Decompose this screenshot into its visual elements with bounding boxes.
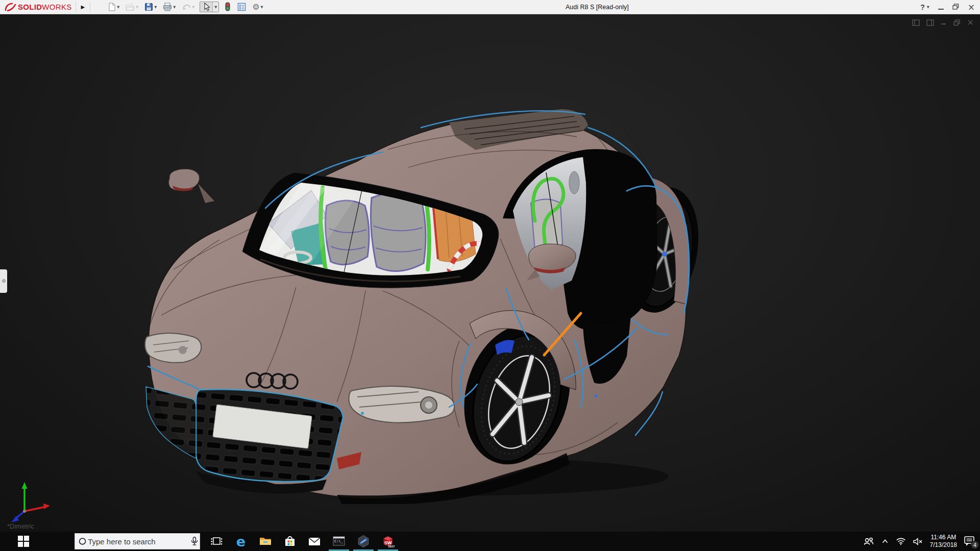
task-view-button[interactable] xyxy=(204,532,229,551)
edge-icon: e xyxy=(236,535,246,548)
doc-minimize-icon[interactable] xyxy=(941,19,947,26)
undo-arrow-icon xyxy=(182,3,191,11)
taskbar-app-composer[interactable] xyxy=(351,532,376,551)
dropdown-caret[interactable]: ▼ xyxy=(117,5,119,9)
select-cursor-icon xyxy=(202,3,210,11)
model-audi-r8 xyxy=(143,101,704,504)
options-list-icon xyxy=(237,3,246,11)
window-controls: ? ▼ × xyxy=(920,0,975,14)
help-button[interactable]: ? ▼ xyxy=(920,3,929,11)
system-tray: 11:46 AM 7/13/2018 4 xyxy=(863,532,977,551)
doc-close-icon[interactable]: × xyxy=(967,18,974,27)
dropdown-caret[interactable]: ▼ xyxy=(214,5,217,9)
pane-left-icon[interactable] xyxy=(912,19,920,26)
show-hidden-icons-chevron[interactable] xyxy=(881,538,889,545)
undo-button[interactable]: ▼ xyxy=(181,3,195,11)
start-button[interactable] xyxy=(0,532,47,551)
new-document-icon xyxy=(107,3,116,11)
sw-year: 2017 xyxy=(388,545,395,548)
microphone-icon[interactable] xyxy=(189,535,200,547)
task-view-icon xyxy=(210,535,223,547)
window-title: Audi R8 S [Read-only] xyxy=(566,4,629,11)
dropdown-caret[interactable]: ▼ xyxy=(261,5,263,9)
taskbar-app-edge[interactable]: e xyxy=(229,532,253,551)
display-options-button[interactable] xyxy=(236,2,247,12)
dropdown-caret: ▼ xyxy=(136,5,138,9)
dropdown-caret[interactable]: ▼ xyxy=(154,5,157,9)
microsoft-store-icon xyxy=(284,535,296,547)
doc-restore-icon[interactable] xyxy=(953,19,961,26)
solidworks-wordmark: SOLIDWORKS xyxy=(18,3,72,11)
pane-right-icon[interactable] xyxy=(926,19,934,26)
taskbar-app-store[interactable] xyxy=(278,532,302,551)
solidworks-logo: SOLIDWORKS xyxy=(4,3,72,12)
solidworks-2017-icon: SW 2017 xyxy=(381,535,395,548)
close-button[interactable]: × xyxy=(968,3,975,12)
separator xyxy=(76,2,76,12)
gear-icon: ⚙ xyxy=(252,3,259,11)
taskbar-app-mail[interactable] xyxy=(302,532,327,551)
traffic-light-icon xyxy=(224,2,231,12)
minimize-button[interactable] xyxy=(938,3,944,12)
open-folder-icon xyxy=(126,3,135,11)
dropdown-caret[interactable]: ▼ xyxy=(173,5,176,9)
windows-taskbar: e xyxy=(0,532,980,551)
tray-time: 11:46 AM xyxy=(930,534,957,541)
view-orientation-label: *Dimetric xyxy=(7,522,34,530)
titlebar: SOLIDWORKS ▶ ▼ ▼ xyxy=(0,0,980,14)
select-tool-button[interactable]: ▼ xyxy=(200,2,219,12)
minimize-icon xyxy=(938,9,944,10)
printer-icon xyxy=(163,3,172,11)
restore-icon xyxy=(952,4,959,10)
action-center-button[interactable]: 4 xyxy=(964,535,977,547)
restore-button[interactable] xyxy=(952,3,959,12)
help-icon: ? xyxy=(920,3,925,11)
new-document-button[interactable]: ▼ xyxy=(106,2,120,12)
settings-button[interactable]: ⚙ ▼ xyxy=(251,3,264,12)
taskbar-search[interactable] xyxy=(75,533,200,549)
taskbar-clock[interactable]: 11:46 AM 7/13/2018 xyxy=(930,534,957,549)
save-button[interactable]: ▼ xyxy=(143,2,158,12)
search-input[interactable] xyxy=(88,537,189,546)
taskbar-apps: e xyxy=(204,532,400,551)
flyout-tab-dot xyxy=(2,279,6,283)
print-button[interactable]: ▼ xyxy=(162,2,177,12)
people-icon[interactable] xyxy=(863,537,874,546)
file-explorer-icon xyxy=(259,535,272,547)
save-floppy-icon xyxy=(144,3,153,11)
dropdown-caret[interactable]: ▼ xyxy=(927,5,929,9)
dropdown-caret: ▼ xyxy=(192,5,194,9)
rebuild-button[interactable] xyxy=(223,2,232,12)
taskbar-app-command-prompt[interactable]: C:\_ xyxy=(327,532,351,551)
hexagon-app-icon xyxy=(357,535,370,548)
wifi-icon[interactable] xyxy=(896,537,906,545)
standard-toolbar: ▼ ▼ ▼ xyxy=(106,2,264,12)
notification-count-badge: 4 xyxy=(971,541,979,549)
cmd-prompt-text: C:\_ xyxy=(334,539,344,543)
windows-logo-icon xyxy=(17,535,30,547)
ds-swoosh-icon xyxy=(4,3,16,12)
featuremanager-flyout-tab[interactable] xyxy=(0,269,7,293)
cortana-circle-icon xyxy=(75,535,88,547)
volume-muted-icon[interactable] xyxy=(913,537,923,546)
open-document-button[interactable]: ▼ xyxy=(125,3,139,12)
orientation-triad xyxy=(7,480,54,527)
menu-flyout-button[interactable]: ▶ xyxy=(80,4,87,10)
mail-icon xyxy=(308,536,321,547)
tray-date: 7/13/2018 xyxy=(930,541,957,549)
taskbar-app-file-explorer[interactable] xyxy=(253,532,278,551)
command-prompt-icon: C:\_ xyxy=(332,535,346,547)
taskbar-app-solidworks[interactable]: SW 2017 xyxy=(376,532,400,551)
graphics-area[interactable]: × xyxy=(0,14,980,532)
separator xyxy=(90,2,90,12)
document-window-controls: × xyxy=(912,18,974,27)
